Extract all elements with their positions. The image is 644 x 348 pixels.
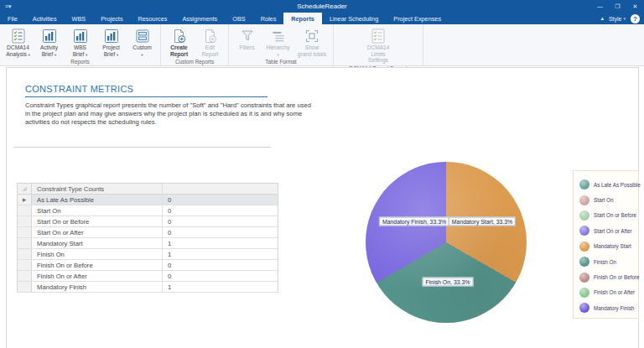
title-bar: ≡▾ ScheduleReader — ❐ ✕ — [0, 0, 644, 13]
bar-chart-icon — [41, 28, 57, 44]
row-header — [18, 260, 32, 270]
table-row[interactable]: Mandatory Start 1 — [18, 238, 278, 249]
button-label: Report — [170, 51, 188, 57]
table-row[interactable]: ▶ As Late As Possible 0 — [18, 195, 278, 205]
tab-linear-scheduling[interactable]: Linear Scheduling — [322, 13, 386, 24]
wbs-brief-button[interactable]: WBSBrief ▾ — [65, 26, 96, 58]
tab-projects[interactable]: Projects — [93, 13, 130, 24]
legend-swatch-icon — [579, 226, 589, 236]
row-value: 0 — [163, 271, 278, 281]
row-header — [18, 216, 32, 226]
button-label: Project — [102, 44, 120, 50]
table-row[interactable]: Finish On or Before 0 — [18, 260, 278, 271]
button-label: WBS — [74, 44, 86, 50]
show-grand-totals-button[interactable]: Showgrand totals — [293, 26, 330, 58]
legend-item: Mandatory Finish — [579, 300, 638, 315]
table-row[interactable]: Start On 0 — [18, 205, 278, 216]
grand-totals-icon — [304, 28, 320, 44]
project-brief-button[interactable]: ProjectBrief ▾ — [96, 26, 127, 58]
row-selector-icon: ▶ — [18, 195, 32, 205]
legend-swatch-icon — [579, 288, 589, 298]
row-value: 0 — [163, 205, 278, 216]
ribbon-group-reports: DCMA14Analysis ▾ ActivityBrief ▾ WBSBrie… — [0, 24, 161, 65]
legend-label: Start On or After — [594, 228, 632, 234]
legend-label: Finish On or After — [594, 289, 635, 295]
create-report-button[interactable]: CreateReport — [164, 26, 195, 58]
legend-swatch-icon — [579, 242, 589, 252]
chevron-down-icon: ▾ — [277, 53, 278, 57]
row-header — [18, 249, 32, 259]
tab-reports[interactable]: Reports — [283, 13, 322, 24]
button-label: Create — [170, 44, 188, 50]
filters-button[interactable]: Filters — [231, 26, 262, 52]
button-label: Filters — [240, 44, 255, 50]
legend-label: Mandatory Finish — [594, 305, 634, 311]
table-row[interactable]: Start On or After 0 — [18, 227, 278, 238]
button-label: Brief — [104, 51, 116, 57]
grid-corner-icon: ◢ — [18, 184, 32, 194]
table-row[interactable]: Finish On or After 0 — [18, 271, 278, 282]
legend-item: Mandatory Start — [579, 239, 638, 254]
ribbon-group-dcma14-report-format: DCMA14Limits Settings DCMA14 Report Form… — [334, 24, 423, 65]
table-row[interactable]: Start On or Before 0 — [18, 216, 278, 227]
chevron-down-icon: ▾ — [623, 16, 626, 21]
close-icon[interactable]: ✕ — [626, 0, 644, 13]
button-label: Activity — [40, 44, 58, 50]
chart-legend: As Late As Possible Start On Start On or… — [573, 170, 639, 319]
custom-report-button[interactable]: Custom▾ — [127, 26, 158, 58]
tab-activities[interactable]: Activities — [25, 13, 65, 24]
row-label: Start On or Before — [32, 216, 163, 226]
button-label: Edit — [205, 44, 215, 50]
tab-roles[interactable]: Roles — [253, 13, 284, 24]
maximize-icon[interactable]: ❐ — [609, 0, 626, 13]
table-row[interactable]: Mandatory Finish 1 — [18, 282, 278, 293]
tab-obs[interactable]: OBS — [225, 13, 252, 24]
row-header — [18, 205, 32, 216]
legend-swatch-icon — [579, 257, 589, 267]
legend-swatch-icon — [579, 303, 589, 313]
legend-swatch-icon — [579, 210, 589, 221]
hierarchy-icon — [270, 28, 286, 44]
table-header-row[interactable]: ◢ Constraint Type Counts — [18, 184, 278, 195]
table-row[interactable]: Finish On 1 — [18, 249, 278, 260]
row-header — [18, 238, 32, 248]
report-page: CONSTRAINT METRICS Constraint Types grap… — [6, 67, 639, 348]
dcma14-analysis-button[interactable]: DCMA14Analysis ▾ — [3, 26, 34, 58]
style-menu-label: Style — [609, 16, 622, 22]
report-description: Constraint Types graphical report presen… — [25, 101, 312, 127]
tab-project-expenses[interactable]: Project Expenses — [386, 13, 449, 24]
row-value: 1 — [163, 282, 278, 292]
legend-label: Start On or Before — [594, 212, 636, 218]
pie-slice-label: Mandatory Finish, 33.3% — [379, 217, 449, 226]
legend-swatch-icon — [579, 179, 589, 190]
legend-swatch-icon — [579, 195, 589, 205]
minimize-icon[interactable]: — — [591, 0, 609, 13]
window-controls: — ❐ ✕ — [591, 0, 644, 13]
edit-report-icon — [202, 28, 218, 44]
row-label: Mandatory Finish — [32, 282, 163, 292]
button-label: Hierarchy — [266, 44, 289, 50]
row-header — [18, 271, 32, 281]
help-icon[interactable]: ? — [631, 14, 640, 23]
legend-item: As Late As Possible — [579, 177, 638, 192]
legend-item: Finish On or After — [579, 285, 638, 300]
activity-brief-button[interactable]: ActivityBrief ▾ — [34, 26, 65, 58]
style-menu-button[interactable]: Style ▾ — [609, 16, 626, 22]
row-label: Start On — [32, 205, 163, 216]
edit-report-button[interactable]: EditReport — [195, 26, 226, 58]
tab-assignments[interactable]: Assignments — [174, 13, 225, 24]
legend-label: As Late As Possible — [594, 182, 641, 188]
row-label: Start On or After — [32, 227, 163, 237]
tab-wbs[interactable]: WBS — [65, 13, 94, 24]
chevron-down-icon: ▾ — [29, 53, 30, 57]
collapse-ribbon-icon[interactable]: ▴ — [600, 15, 604, 22]
tab-resources[interactable]: Resources — [131, 13, 175, 24]
hierarchy-button[interactable]: Hierarchy▾ — [262, 26, 293, 58]
chevron-down-icon: ▾ — [141, 53, 143, 57]
legend-label: Start On — [594, 197, 613, 203]
row-value: 0 — [163, 260, 278, 270]
tab-file[interactable]: File — [0, 13, 25, 24]
pie-chart[interactable] — [366, 162, 527, 323]
divider — [13, 147, 271, 148]
dcma14-limits-settings-button[interactable]: DCMA14Limits Settings — [360, 26, 397, 65]
